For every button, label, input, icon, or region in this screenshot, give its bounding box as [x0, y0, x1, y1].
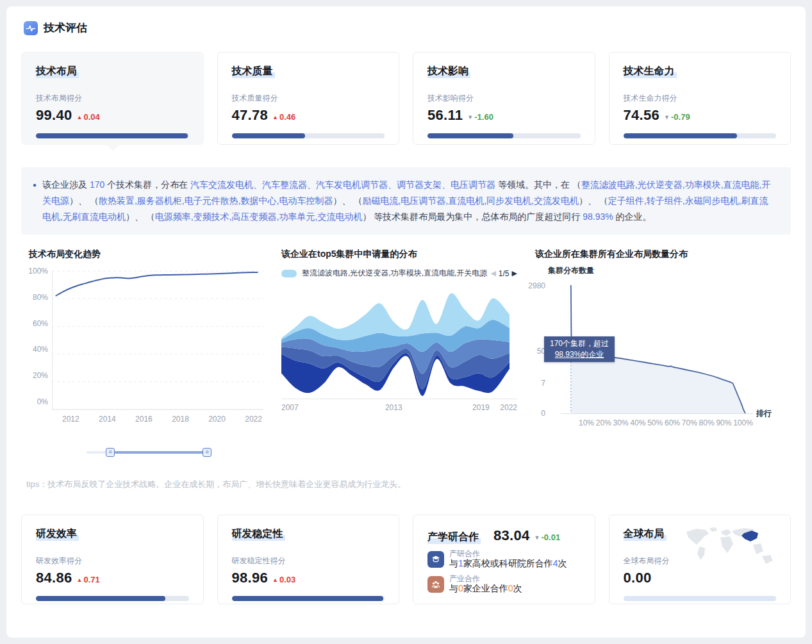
score-value: 83.04	[493, 527, 530, 544]
bullet-icon: ●	[33, 177, 37, 225]
down-triangle-icon: ▼	[467, 114, 473, 120]
score-value: 98.96	[232, 570, 269, 586]
card-title: 产学研合作	[427, 531, 481, 544]
cluster-annotation-tooltip: 170个集群，超过 98.93%的企业	[544, 336, 615, 362]
score-label: 技术质量得分	[232, 93, 385, 104]
slider-handle-left[interactable]: ≡	[106, 448, 115, 457]
score-delta: ▼-1.60	[467, 112, 493, 122]
coop-row-label: 产业合作	[449, 575, 522, 583]
score-progress-bar	[232, 596, 385, 601]
charts-row: 技术布局变化趋势 100%80% 60%40% 20%0%	[21, 249, 791, 457]
score-progress-bar	[624, 133, 777, 138]
score-label: 研发稳定性得分	[232, 556, 385, 566]
score-value: 84.86	[36, 570, 72, 586]
industry-cooperation-row: 产业合作 与0家企业合作0次	[427, 575, 581, 594]
trend-y-axis: 100%80% 60%40% 20%0%	[29, 267, 52, 406]
down-triangle-icon: ▼	[534, 534, 540, 541]
legend-swatch	[281, 270, 297, 277]
coop-row-text: 与1家高校或科研院所合作4次	[449, 558, 567, 569]
summary-text: 该企业涉及 170 个技术集群，分布在 汽车交流发电机、汽车整流器、汽车发电机调…	[42, 177, 775, 225]
panel-header: 技术评估	[24, 21, 791, 35]
prev-page-icon[interactable]: ◀	[490, 269, 495, 277]
time-range-slider[interactable]: ≡ ≡	[87, 448, 212, 457]
score-value: 99.40	[36, 107, 72, 124]
summary-block: ● 该企业涉及 170 个技术集群，分布在 汽车交流发电机、汽车整流器、汽车发电…	[21, 167, 791, 235]
card-industry-academia-cooperation[interactable]: 产学研合作 83.04 ▼-0.01 产研合作 与1家高校或科研院所合作4次	[413, 515, 595, 604]
card-title: 技术质量	[232, 65, 275, 78]
card-tech-vitality[interactable]: 技术生命力 技术生命力得分 74.56 ▼-0.79	[609, 52, 791, 145]
score-value: 47.78	[232, 107, 269, 124]
card-tech-impact[interactable]: 技术影响 技术影响得分 56.11 ▼-1.60	[413, 52, 595, 145]
dist-x-axis-label: 排行	[756, 408, 772, 419]
trend-line-chart[interactable]	[52, 270, 263, 410]
score-delta: ▲0.71	[77, 575, 100, 584]
page-background: 技术评估 技术布局 技术布局得分 99.40 ▲0.04 技术质量 技术质量得分…	[0, 0, 812, 644]
score-label: 技术布局得分	[36, 93, 189, 104]
top-metric-cards: 技术布局 技术布局得分 99.40 ▲0.04 技术质量 技术质量得分 47.7…	[21, 52, 791, 145]
score-delta: ▲0.04	[77, 112, 100, 122]
stream-x-axis: 2007 2013 2019 2022	[281, 403, 517, 413]
tips-text: tips：技术布局反映了企业技术战略。企业在成长期，布局广、增长快意味着企业更容…	[26, 479, 791, 490]
score-progress-bar	[427, 133, 581, 138]
industry-people-icon	[427, 576, 444, 593]
score-value: 74.56	[624, 107, 660, 124]
card-title: 技术布局	[36, 65, 79, 78]
stream-chart-block: 该企业在top5集群中申请量的分布 整流滤波电路,光伏逆变器,功率模块,直流电能…	[281, 249, 517, 457]
next-page-icon[interactable]: ▶	[512, 269, 517, 277]
stream-chart-title: 该企业在top5集群中申请量的分布	[281, 249, 517, 260]
score-label: 技术影响得分	[427, 93, 581, 104]
up-triangle-icon: ▲	[77, 577, 83, 583]
card-title: 技术生命力	[624, 65, 677, 78]
dist-x-axis: 10%20% 30%40% 50%60% 70%80% 90%100%	[561, 418, 753, 427]
up-triangle-icon: ▲	[77, 114, 83, 120]
card-title: 全球布局	[624, 527, 667, 541]
card-global-layout[interactable]: 全球布局 全球布局得分 0.00	[609, 515, 791, 604]
research-cooperation-row: 产研合作 与1家高校或科研院所合作4次	[427, 550, 581, 569]
score-progress-bar	[624, 596, 777, 601]
dist-chart-title: 该企业所在集群所有企业布局数量分布	[535, 249, 790, 260]
score-delta: ▼-0.79	[664, 112, 690, 122]
education-cap-icon	[427, 551, 444, 568]
bottom-metric-cards: 研发效率 研发效率得分 84.86 ▲0.71 研发稳定性 研发稳定性得分 98…	[21, 515, 791, 604]
trend-x-axis: 20122014 20162018 20202022	[52, 415, 263, 425]
score-delta: ▲0.46	[272, 112, 295, 122]
score-delta: ▼-0.01	[534, 533, 561, 542]
stream-axis-line	[281, 399, 517, 399]
distribution-chart-block: 该企业所在集群所有企业布局数量分布 集群分布数量 2980 50 7 0 170…	[526, 249, 790, 457]
slider-handle-right[interactable]: ≡	[203, 448, 211, 457]
score-progress-bar	[232, 133, 385, 138]
down-triangle-icon: ▼	[664, 114, 670, 120]
legend-label: 整流滤波电路,光伏逆变器,功率模块,直流电能,开关电源	[302, 268, 487, 279]
stream-graph[interactable]	[281, 284, 510, 397]
card-rd-stability[interactable]: 研发稳定性 研发稳定性得分 98.96 ▲0.03	[217, 515, 400, 604]
card-tech-quality[interactable]: 技术质量 技术质量得分 47.78 ▲0.46	[217, 52, 400, 145]
dist-y-axis-label: 集群分布数量	[548, 265, 790, 276]
up-triangle-icon: ▲	[272, 577, 278, 583]
legend-pager: ◀ 1/5 ▶	[490, 269, 517, 278]
tech-assessment-panel: 技术评估 技术布局 技术布局得分 99.40 ▲0.04 技术质量 技术质量得分…	[6, 6, 806, 638]
pulse-monitor-icon	[24, 21, 38, 35]
card-title: 技术影响	[427, 65, 470, 78]
page-indicator: 1/5	[499, 269, 510, 278]
page-title: 技术评估	[44, 21, 87, 35]
trend-chart-block: 技术布局变化趋势 100%80% 60%40% 20%0%	[21, 249, 272, 457]
card-rd-efficiency[interactable]: 研发效率 研发效率得分 84.86 ▲0.71	[21, 515, 204, 604]
card-tech-layout[interactable]: 技术布局 技术布局得分 99.40 ▲0.04	[21, 52, 204, 145]
trend-chart-title: 技术布局变化趋势	[29, 249, 272, 260]
coop-row-label: 产研合作	[449, 550, 567, 558]
score-progress-bar	[36, 133, 189, 138]
card-title: 研发稳定性	[232, 527, 285, 541]
coop-row-text: 与0家企业合作0次	[449, 583, 522, 594]
score-progress-bar	[36, 596, 189, 601]
score-value: 0.00	[624, 570, 652, 586]
stream-legend: 整流滤波电路,光伏逆变器,功率模块,直流电能,开关电源 ◀ 1/5 ▶	[281, 268, 517, 279]
score-delta: ▲0.03	[272, 575, 295, 584]
world-map	[680, 525, 780, 569]
card-title: 研发效率	[36, 527, 79, 541]
up-triangle-icon: ▲	[272, 114, 278, 120]
score-label: 研发效率得分	[36, 556, 189, 566]
score-value: 56.11	[427, 107, 463, 124]
slider-selected-range[interactable]	[110, 451, 207, 454]
score-label: 技术生命力得分	[624, 93, 777, 104]
